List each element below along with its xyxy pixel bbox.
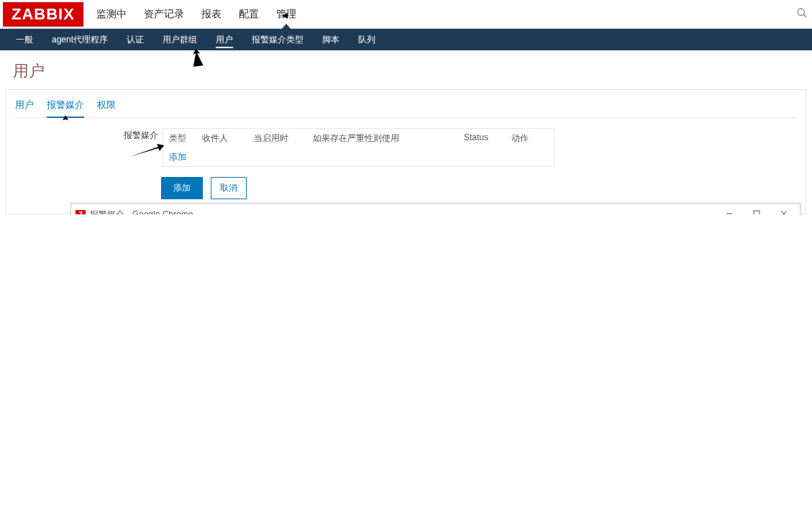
tab-permissions[interactable]: 权限 — [97, 96, 116, 117]
top-header: ZABBIX 监测中 资产记录 报表 配置 管理 — [0, 0, 812, 29]
media-col-type: 类型 — [169, 132, 202, 145]
minimize-icon[interactable] — [716, 204, 742, 214]
topnav-item-reports[interactable]: 报表 — [200, 1, 223, 28]
add-button[interactable]: 添加 — [161, 177, 203, 199]
subnav-item-proxies[interactable]: agent代理程序 — [50, 29, 109, 51]
logo[interactable]: ZABBIX — [3, 2, 83, 27]
svg-line-1 — [803, 14, 806, 17]
content-card: 用户 报警媒介 权限 报警媒介 类型 收件人 当启用时 如果存在严重性则使用 S… — [6, 89, 806, 214]
subnav-item-mediatypes[interactable]: 报警媒介类型 — [250, 29, 305, 51]
top-nav: 监测中 资产记录 报表 配置 管理 — [95, 1, 298, 28]
tabs: 用户 报警媒介 权限 — [15, 96, 797, 118]
subnav-item-scripts[interactable]: 脚本 — [321, 29, 341, 51]
popup-window: Z 报警媒介 - Google Chrome i 121.42.27.97/za… — [70, 203, 800, 214]
topnav-item-config[interactable]: 配置 — [237, 1, 260, 28]
svg-rect-3 — [754, 211, 759, 214]
media-col-whenactive: 当启用时 — [254, 132, 313, 145]
sub-nav: 一般 agent代理程序 认证 用户群组 用户 报警媒介类型 脚本 队列 — [0, 29, 812, 50]
media-section-label: 报警媒介 — [119, 128, 163, 142]
media-add-link[interactable]: 添加 — [169, 152, 186, 162]
subnav-item-users[interactable]: 用户 — [214, 29, 234, 51]
zabbix-favicon-icon: Z — [76, 210, 86, 215]
media-col-action: 动作 — [511, 132, 540, 145]
maximize-icon[interactable] — [744, 204, 770, 214]
media-table: 类型 收件人 当启用时 如果存在严重性则使用 Status 动作 添加 — [163, 128, 555, 167]
subnav-item-queue[interactable]: 队列 — [357, 29, 377, 51]
subnav-item-general[interactable]: 一般 — [14, 29, 35, 51]
media-col-severity: 如果存在严重性则使用 — [313, 132, 464, 145]
topnav-item-inventory[interactable]: 资产记录 — [142, 1, 186, 28]
media-col-status: Status — [464, 132, 511, 145]
tab-user[interactable]: 用户 — [15, 96, 34, 117]
page-title: 用户 — [0, 50, 812, 89]
topnav-item-monitor[interactable]: 监测中 — [95, 1, 128, 28]
popup-window-title: 报警媒介 - Google Chrome — [90, 209, 193, 214]
media-col-sendto: 收件人 — [202, 132, 254, 145]
search-icon[interactable] — [796, 7, 808, 21]
subnav-item-auth[interactable]: 认证 — [125, 29, 145, 51]
svg-point-0 — [798, 9, 804, 15]
subnav-item-usergroups[interactable]: 用户群组 — [161, 29, 199, 51]
topnav-item-admin[interactable]: 管理 — [275, 1, 298, 28]
tab-media[interactable]: 报警媒介 — [47, 96, 84, 118]
close-icon[interactable] — [771, 204, 797, 214]
cancel-button[interactable]: 取消 — [211, 177, 247, 199]
popup-titlebar: Z 报警媒介 - Google Chrome — [71, 204, 800, 214]
